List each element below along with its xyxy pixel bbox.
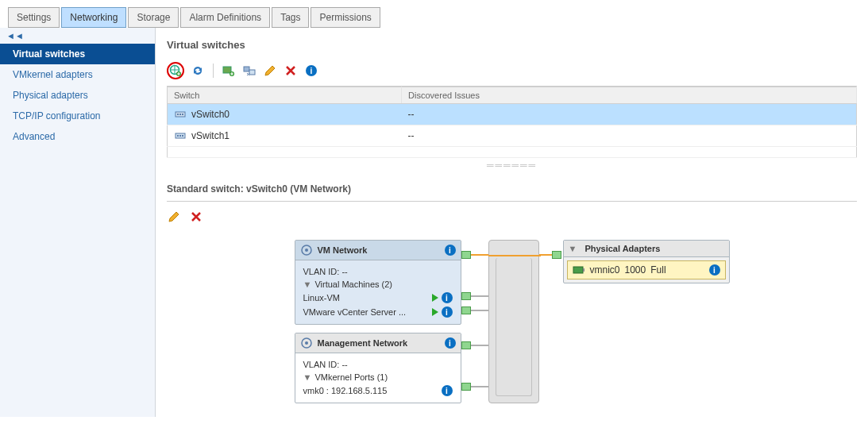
- section-title: Virtual switches: [167, 39, 857, 51]
- tab-permissions[interactable]: Permissions: [311, 7, 380, 28]
- edit-button[interactable]: [263, 64, 277, 78]
- svg-rect-9: [182, 114, 183, 115]
- physical-adapters-panel[interactable]: ▼ Physical Adapters vmnic0 1000 Full i: [563, 240, 730, 283]
- link-port-icon: [461, 306, 471, 314]
- vm-name[interactable]: VMware vCenter Server ...: [303, 307, 407, 317]
- power-on-icon: [432, 308, 438, 316]
- col-issues[interactable]: Discovered Issues: [402, 87, 857, 104]
- svg-rect-7: [177, 114, 179, 115]
- chevron-down-icon[interactable]: ▼: [569, 244, 577, 253]
- physical-adapters-title: Physical Adapters: [584, 244, 660, 253]
- col-switch[interactable]: Switch: [168, 87, 402, 104]
- info-button[interactable]: i: [304, 64, 318, 78]
- sidebar-collapse-button[interactable]: ◄◄: [0, 28, 155, 44]
- link-line: [471, 386, 488, 387]
- svg-rect-12: [179, 135, 181, 137]
- link-port-icon: [552, 251, 561, 259]
- link-port-icon: [461, 341, 471, 349]
- delete-button[interactable]: [284, 64, 298, 78]
- link-port-icon: [461, 383, 471, 391]
- sidebar-item-tcpip-configuration[interactable]: TCP/IP configuration: [0, 106, 155, 126]
- table-row[interactable]: vSwitch0 --: [168, 104, 857, 125]
- svg-rect-11: [177, 135, 179, 137]
- svg-rect-8: [179, 114, 181, 115]
- sidebar-item-virtual-switches[interactable]: Virtual switches: [0, 44, 155, 64]
- svg-rect-4: [244, 67, 249, 71]
- delete-icon: [190, 210, 203, 223]
- switch-table: Switch Discovered Issues vSwitch0 -- vSw…: [167, 87, 857, 158]
- splitter-handle[interactable]: ══════: [167, 158, 857, 172]
- tab-storage[interactable]: Storage: [128, 7, 179, 28]
- power-on-icon: [432, 294, 438, 302]
- info-icon[interactable]: i: [709, 264, 720, 276]
- link-line: [471, 310, 488, 311]
- network-add-icon: [222, 64, 235, 77]
- sidebar-item-physical-adapters[interactable]: Physical adapters: [0, 85, 155, 106]
- link-line: [471, 345, 488, 346]
- add-host-networking-button[interactable]: [167, 62, 184, 79]
- svg-rect-18: [573, 267, 583, 273]
- refresh-icon: [191, 64, 204, 77]
- portgroup-title: Management Network: [318, 338, 408, 348]
- svg-point-15: [305, 249, 308, 252]
- tab-tags[interactable]: Tags: [272, 7, 309, 28]
- tab-alarm-definitions[interactable]: Alarm Definitions: [180, 7, 270, 28]
- pencil-icon: [264, 64, 276, 77]
- vlan-label: VLAN ID: --: [303, 267, 348, 276]
- topology-diagram: VM Network i VLAN ID: -- ▼Virtual Machin…: [167, 240, 857, 403]
- detail-delete-button[interactable]: [189, 210, 203, 224]
- vmk-port[interactable]: vmk0 : 192.168.5.115: [303, 386, 388, 395]
- info-icon[interactable]: i: [442, 292, 453, 303]
- nic-icon: [573, 264, 585, 276]
- toolbar-separator: [213, 64, 214, 78]
- info-icon[interactable]: i: [442, 306, 453, 318]
- svg-rect-2: [223, 67, 231, 73]
- vswitch-icon: [174, 108, 187, 121]
- portgroup-icon: [300, 337, 313, 349]
- switch-name: vSwitch1: [191, 130, 230, 141]
- toolbar: i: [167, 59, 857, 87]
- nic-speed: 1000: [625, 264, 646, 276]
- tab-settings[interactable]: Settings: [8, 7, 60, 28]
- link-port-icon: [461, 251, 471, 259]
- tab-networking[interactable]: Networking: [61, 7, 126, 28]
- connector-right: [539, 240, 563, 403]
- switch-issues: --: [402, 125, 857, 147]
- globe-plus-icon: [169, 64, 182, 77]
- refresh-button[interactable]: [191, 64, 205, 78]
- nic-name: vmnic0: [590, 264, 620, 276]
- link-line: [471, 295, 488, 297]
- portgroup-management-network[interactable]: Management Network i VLAN ID: -- ▼VMkern…: [295, 333, 461, 403]
- bus-link: [488, 255, 541, 256]
- sidebar-item-vmkernel-adapters[interactable]: VMkernel adapters: [0, 64, 155, 85]
- info-icon[interactable]: i: [445, 337, 456, 349]
- detail-header: Standard switch: vSwitch0 (VM Network): [167, 183, 857, 202]
- portgroup-vm-network[interactable]: VM Network i VLAN ID: -- ▼Virtual Machin…: [295, 240, 461, 325]
- vm-name[interactable]: Linux-VM: [303, 293, 340, 303]
- top-tabs: Settings Networking Storage Alarm Defini…: [0, 0, 868, 28]
- table-row[interactable]: vSwitch1 --: [168, 125, 857, 147]
- info-icon[interactable]: i: [445, 245, 456, 256]
- chevron-down-icon[interactable]: ▼: [303, 372, 312, 382]
- link-port-icon: [461, 292, 471, 300]
- migrate-networking-button[interactable]: [242, 64, 257, 78]
- detail-edit-button[interactable]: [167, 210, 181, 224]
- delete-icon: [284, 64, 297, 77]
- vlan-label: VLAN ID: --: [303, 360, 348, 369]
- physical-nic-row[interactable]: vmnic0 1000 Full i: [567, 260, 726, 279]
- sidebar-item-advanced[interactable]: Advanced: [0, 126, 155, 147]
- add-networking-button[interactable]: [222, 64, 236, 78]
- content: Virtual switches i: [156, 28, 868, 417]
- switch-name: vSwitch0: [191, 109, 230, 120]
- info-icon[interactable]: i: [442, 385, 453, 396]
- svg-rect-5: [249, 70, 255, 75]
- info-icon: i: [306, 65, 317, 76]
- network-migrate-icon: [243, 64, 256, 77]
- connector-left: [461, 240, 488, 403]
- link-line: [471, 254, 488, 256]
- detail-toolbar: [167, 210, 857, 224]
- svg-rect-19: [583, 268, 584, 272]
- chevron-down-icon[interactable]: ▼: [303, 279, 312, 289]
- portgroup-title: VM Network: [318, 245, 368, 255]
- svg-point-17: [305, 341, 308, 345]
